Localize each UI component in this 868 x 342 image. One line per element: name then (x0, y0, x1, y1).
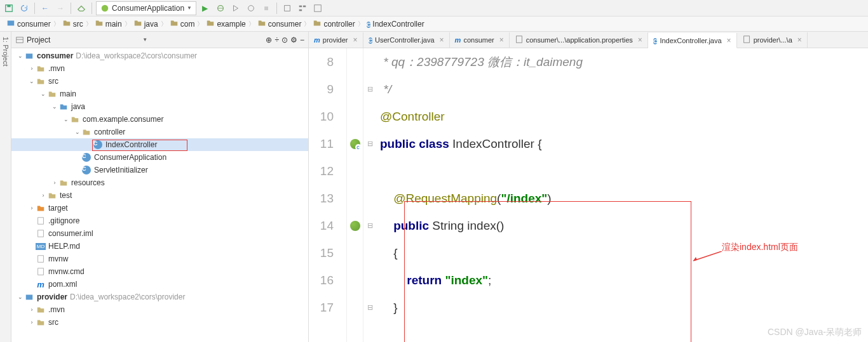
tree-row[interactable]: ⌄consumerD:\idea_workspace2\cors\consume… (11, 49, 308, 62)
project-panel-header: Project ▼ ⊕ ÷ ⊙ ⚙ − (11, 32, 308, 48)
main-toolbar: ← → ConsumerApplication ▼ ▶ ■ (0, 0, 868, 16)
expand-icon[interactable]: ÷ (275, 36, 279, 44)
svg-rect-6 (285, 5, 290, 11)
tree-row[interactable]: CServletInitializer (11, 164, 308, 176)
tree-row[interactable]: mvnw.cmd (11, 265, 308, 278)
panel-title: Project (27, 36, 140, 44)
build-icon[interactable] (75, 2, 88, 15)
hide-icon[interactable]: − (300, 36, 304, 44)
save-icon[interactable] (3, 2, 15, 15)
editor-tab[interactable]: CUserController.java× (363, 32, 450, 48)
svg-point-2 (102, 4, 109, 11)
breadcrumb-item[interactable]: main (91, 18, 126, 30)
tree-row[interactable]: CConsumerApplication (11, 151, 308, 164)
run-config-dropdown[interactable]: ConsumerApplication ▼ (96, 1, 196, 15)
stop-icon[interactable]: ■ (260, 2, 273, 15)
editor-tab[interactable]: provider\...\a× (737, 32, 808, 48)
select-opened-icon[interactable]: ⊙ (281, 36, 288, 44)
breadcrumb-item[interactable]: com (166, 18, 199, 30)
tree-row[interactable]: ⌄providerD:\idea_workspace2\cors\provide… (11, 291, 308, 303)
breadcrumb-item[interactable]: consumer (254, 18, 306, 30)
tree-row[interactable]: ⌄java (11, 100, 308, 113)
annotation-label: 渲染index.html页面 (722, 242, 798, 253)
project-panel: Project ▼ ⊕ ÷ ⊙ ⚙ − ⌄consumerD:\idea_wor… (11, 32, 309, 342)
code-content[interactable]: * qq：2398779723 微信：it_daimeng */ @Contro… (376, 48, 868, 342)
svg-rect-18 (38, 268, 44, 275)
tree-row[interactable]: ›src (11, 316, 308, 329)
editor-tab[interactable]: CIndexController.java× (648, 33, 737, 48)
svg-rect-20 (516, 36, 522, 43)
tree-row[interactable]: consumer.iml (11, 227, 308, 240)
tree-row[interactable]: ›resources (11, 176, 308, 189)
svg-point-5 (248, 5, 254, 11)
svg-rect-14 (26, 54, 33, 59)
collapse-icon[interactable]: ⊕ (266, 36, 272, 44)
profile-icon[interactable] (245, 2, 257, 15)
forward-icon[interactable]: → (54, 2, 67, 15)
tree-row[interactable]: MDHELP.md (11, 240, 308, 253)
method-gutter-icon[interactable] (350, 221, 360, 231)
breadcrumb-item[interactable]: CIndexController (363, 18, 428, 30)
debug-icon[interactable] (214, 2, 227, 15)
breadcrumb-item[interactable]: consumer (3, 18, 55, 30)
close-icon[interactable]: × (727, 36, 731, 45)
svg-rect-1 (7, 4, 10, 7)
gear-icon[interactable]: ⚙ (290, 36, 297, 44)
line-gutter: 891011121314151617 (309, 48, 347, 342)
gutter-icons (347, 48, 363, 342)
run-icon[interactable]: ▶ (199, 2, 212, 15)
tree-row[interactable]: ⌄com.example.consumer (11, 113, 308, 126)
svg-rect-12 (17, 37, 24, 43)
code-editor[interactable]: 891011121314151617 ⊟ ⊟ ⊟⊟ * qq：239877972… (309, 48, 868, 342)
svg-line-22 (693, 251, 722, 261)
refresh-icon[interactable] (18, 2, 31, 15)
tree-row[interactable]: mpom.xml (11, 278, 308, 291)
svg-rect-19 (26, 295, 33, 300)
project-tree[interactable]: ⌄consumerD:\idea_workspace2\cors\consume… (11, 48, 308, 342)
run-config-label: ConsumerApplication (112, 4, 184, 13)
project-view-icon (15, 36, 24, 44)
svg-rect-16 (38, 230, 44, 237)
breadcrumb-item[interactable]: java (130, 18, 162, 30)
close-icon[interactable]: × (499, 36, 504, 44)
editor-tab[interactable]: mprovider× (309, 32, 363, 48)
vcs-icon[interactable] (281, 2, 294, 15)
tree-row[interactable]: mvnw (11, 253, 308, 265)
breadcrumb-bar: consumer〉src〉main〉java〉com〉example〉consu… (0, 16, 868, 32)
breadcrumb-item[interactable]: src (58, 18, 87, 30)
editor-tab[interactable]: mconsumer× (450, 32, 510, 48)
tree-row[interactable]: .gitignore (11, 214, 308, 227)
coverage-icon[interactable] (229, 2, 242, 15)
tree-row[interactable]: ›target (11, 202, 308, 214)
editor-tabs: mprovider×CUserController.java×mconsumer… (309, 32, 868, 48)
project-tool-tab[interactable]: 1: Project (0, 32, 11, 342)
close-icon[interactable]: × (797, 36, 802, 44)
back-icon[interactable]: ← (39, 2, 51, 15)
tree-row[interactable]: ⌄src (11, 75, 308, 88)
svg-rect-9 (299, 9, 302, 11)
more-icon[interactable] (311, 2, 324, 15)
tree-row[interactable]: ›.mvn (11, 303, 308, 316)
tree-row[interactable]: CIndexController (11, 138, 308, 151)
tree-row[interactable]: ⌄main (11, 88, 308, 100)
breadcrumb-item[interactable]: example (202, 18, 249, 30)
arrow-icon (690, 251, 722, 264)
editor-tab[interactable]: consumer\...\application.properties× (510, 32, 648, 48)
tree-row[interactable]: ›.mvn (11, 62, 308, 75)
dropdown-icon[interactable]: ▼ (142, 37, 147, 43)
close-icon[interactable]: × (440, 36, 444, 44)
close-icon[interactable]: × (638, 36, 642, 44)
editor-area: mprovider×CUserController.java×mconsumer… (309, 32, 868, 342)
tree-row[interactable]: ›test (11, 189, 308, 202)
class-gutter-icon[interactable] (350, 139, 360, 149)
tree-row[interactable]: ⌄controller (11, 126, 308, 138)
fold-column: ⊟ ⊟ ⊟⊟ (363, 48, 376, 342)
structure-icon[interactable] (296, 2, 309, 15)
svg-rect-17 (38, 256, 44, 263)
svg-rect-15 (38, 218, 44, 225)
svg-rect-21 (743, 36, 749, 43)
close-icon[interactable]: × (353, 36, 358, 44)
svg-rect-7 (299, 5, 302, 7)
svg-rect-10 (315, 4, 322, 11)
breadcrumb-item[interactable]: controller (309, 18, 358, 30)
